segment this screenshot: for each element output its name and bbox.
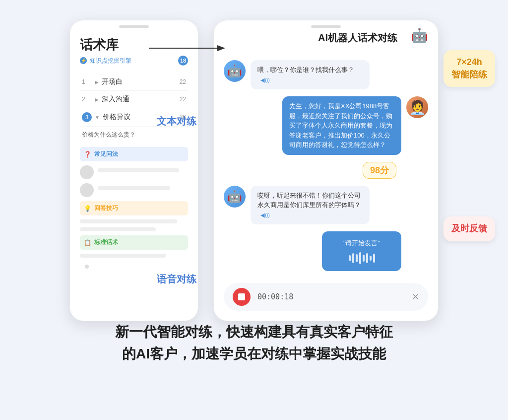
user-avatar-1	[80, 165, 94, 179]
menu-item-2[interactable]: 2 ▶ 深入沟通 22	[80, 91, 188, 108]
placeholder-1	[98, 168, 179, 172]
wave-7	[370, 256, 372, 261]
ai-avatar-2: 🤖	[224, 186, 246, 208]
human-avatar-1: 🧑‍💼	[406, 96, 428, 118]
wave-6	[366, 253, 368, 263]
waveform	[349, 252, 375, 264]
right-phone: AI机器人话术对练 🤖 7×24h智能陪练 及时反馈 文本对练 语音对练 🤖 喂…	[213, 20, 439, 321]
faq-item-2	[80, 183, 188, 197]
menu-count-1: 22	[180, 78, 186, 85]
tips-icon: 💡	[84, 205, 91, 212]
faq-item-1	[80, 165, 188, 179]
voice-bar: 00:00:18 ✕	[224, 283, 428, 311]
voice-input-bubble: "请开始发言"	[322, 231, 401, 271]
wave-8	[373, 254, 375, 263]
close-voice-button[interactable]: ✕	[412, 291, 419, 302]
chat-area: 🤖 喂，哪位？你是谁？找我什么事？ ◀))) 🧑‍💼 先生，您好，我是XX公司1…	[224, 55, 428, 311]
sub-question: 价格为什么这么贵？	[80, 127, 188, 143]
chat-row-4: "请开始发言"	[224, 231, 428, 271]
knowledge-badge: 18	[178, 56, 188, 66]
voice-mode-label: 语音对练	[157, 273, 196, 286]
ai-avatar-1: 🤖	[224, 60, 246, 82]
standard-icon: 📋	[84, 239, 91, 246]
bottom-description: 新一代智能对练，快速构建具有真实客户特征的AI客户，加速学员在对练中掌握实战技能	[115, 321, 393, 366]
stop-icon	[238, 293, 245, 300]
standard-line-1	[80, 254, 166, 258]
menu-arrow-2: ▶	[95, 97, 99, 102]
menu-label-2: 深入沟通	[102, 95, 180, 104]
side-label-feedback: 及时反馈	[444, 216, 495, 241]
wave-5	[363, 255, 365, 262]
side-label-intelligent: 7×24h智能陪练	[444, 50, 495, 87]
standard-section-header[interactable]: 📋 标准话术	[80, 235, 188, 250]
wave-2	[352, 253, 354, 263]
chat-bubble-1: 喂，哪位？你是谁？找我什么事？ ◀)))	[251, 60, 370, 89]
placeholder-2	[98, 186, 170, 190]
menu-num-3: 3	[82, 112, 92, 122]
chat-row-3: 🤖 哎呀，听起来很不错！你们这个公司永久商用是你们库里所有的字体吗？ ◀)))	[224, 186, 428, 225]
record-stop-button[interactable]	[233, 288, 251, 306]
knowledge-icon: ⚡	[80, 57, 87, 64]
voice-timer: 00:00:18	[257, 292, 293, 301]
sound-icon-1: ◀)))	[260, 77, 270, 83]
tips-section-header[interactable]: 💡 回答技巧	[80, 201, 188, 215]
voice-prompt: "请开始发言"	[343, 238, 380, 248]
menu-arrow-3: ▼	[95, 115, 100, 120]
text-mode-label: 文本对练	[157, 115, 196, 128]
wave-3	[356, 254, 358, 262]
wave-1	[349, 255, 351, 261]
faq-section-header[interactable]: ❓ 常见问法	[80, 147, 188, 161]
arrow-connector	[149, 41, 248, 56]
user-avatar-2	[80, 183, 94, 197]
sound-icon-2: ◀)))	[260, 212, 270, 218]
faq-icon: ❓	[84, 151, 91, 158]
menu-count-2: 22	[180, 96, 186, 103]
robot-icon-top: 🤖	[411, 27, 428, 44]
score-badge: 98分	[363, 162, 396, 179]
tips-line-2	[80, 227, 156, 231]
chat-bubble-3: 哎呀，听起来很不错！你们这个公司永久商用是你们库里所有的字体吗？ ◀)))	[251, 186, 370, 225]
bullet-1	[85, 265, 89, 269]
phone-subtitle: ⚡ 知识点挖掘引擎 18	[80, 56, 188, 66]
menu-label-1: 开场白	[102, 77, 180, 86]
menu-arrow-1: ▶	[95, 79, 99, 85]
menu-num-1: 1	[82, 78, 92, 85]
menu-num-2: 2	[82, 96, 92, 103]
wave-4	[359, 252, 361, 264]
ai-header-label: AI机器人话术对练	[318, 31, 397, 45]
tips-line-1	[80, 219, 177, 223]
chat-row-2: 🧑‍💼 先生，您好，我是XX公司1988号客服，最近您关注了我们的公众号，购买了…	[224, 96, 428, 155]
menu-item-1[interactable]: 1 ▶ 开场白 22	[80, 73, 188, 91]
chat-bubble-2: 先生，您好，我是XX公司1988号客服，最近您关注了我们的公众号，购买了字体个人…	[282, 96, 401, 155]
score-row: 98分	[224, 162, 428, 179]
chat-row-1: 🤖 喂，哪位？你是谁？找我什么事？ ◀)))	[224, 60, 428, 89]
